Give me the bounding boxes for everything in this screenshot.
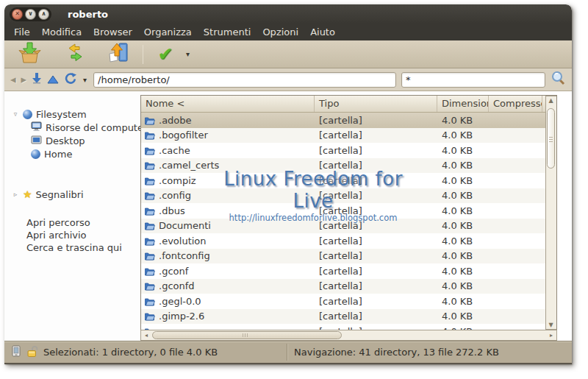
open-path-link[interactable]: Apri percorso	[26, 216, 140, 229]
menu-item-file[interactable]: File	[8, 25, 36, 39]
table-row[interactable]: .gconf [cartella] 4.0 KB 20	[141, 263, 556, 279]
table-row[interactable]: Documenti [cartella] 4.0 KB 20	[141, 219, 556, 234]
file-compressed-cell[interactable]	[489, 219, 542, 234]
file-name-cell[interactable]: .gimp-2.6	[141, 309, 315, 325]
file-name-cell[interactable]: .dbus	[141, 203, 315, 219]
table-row[interactable]: .gimp-2.6 [cartella] 4.0 KB 20	[141, 309, 556, 325]
horizontal-scroll-thumb[interactable]	[152, 331, 342, 339]
file-size-cell[interactable]: 4.0 KB	[437, 233, 489, 249]
file-name-cell[interactable]: .fontconfig	[141, 249, 315, 264]
file-compressed-cell[interactable]	[489, 294, 542, 309]
file-name-cell[interactable]: .gegl-0.0	[141, 294, 315, 309]
file-name-cell[interactable]: .cache	[141, 143, 315, 158]
scroll-left-arrow-icon[interactable]: ◂	[141, 332, 151, 339]
sidebar-item-filesystem[interactable]: ▿ Filesystem	[12, 107, 140, 121]
minimize-button[interactable]: ∨	[25, 9, 36, 20]
scroll-right-arrow-icon[interactable]: ▸	[546, 332, 556, 339]
file-compressed-cell[interactable]	[489, 279, 542, 294]
file-type-cell[interactable]: [cartella]	[315, 188, 437, 204]
menu-item-browser[interactable]: Browser	[87, 25, 138, 39]
test-dropdown-caret[interactable]: ▾	[180, 50, 196, 58]
vertical-scrollbar[interactable]: ▲ ▼	[545, 96, 556, 330]
table-row[interactable]: .camel_certs [cartella] 4.0 KB 20	[141, 158, 556, 174]
file-name-cell[interactable]: .bogofilter	[141, 128, 315, 144]
file-compressed-cell[interactable]	[489, 173, 542, 188]
file-name-cell[interactable]: .evolution	[141, 233, 315, 249]
filter-input[interactable]	[401, 72, 545, 88]
scroll-up-arrow-icon[interactable]: ▲	[546, 97, 556, 104]
sidebar-item-computer[interactable]: Risorse del computer	[31, 121, 140, 134]
file-compressed-cell[interactable]	[489, 233, 542, 249]
table-row[interactable]: .gconfd [cartella] 4.0 KB 20	[141, 279, 556, 294]
file-size-cell[interactable]: 4.0 KB	[437, 279, 489, 294]
close-button[interactable]: ✕	[12, 9, 23, 20]
table-row[interactable]: [cartella] 4.0 KB 20	[141, 324, 556, 330]
vertical-scroll-thumb[interactable]	[547, 108, 555, 169]
file-compressed-cell[interactable]	[489, 263, 542, 279]
menu-item-strumenti[interactable]: Strumenti	[198, 25, 257, 39]
expander-closed-icon[interactable]: ▹	[12, 191, 19, 198]
nav-dropdown-caret[interactable]: ▾	[82, 76, 88, 84]
menu-item-opzioni[interactable]: Opzioni	[257, 25, 304, 39]
column-header-nome[interactable]: Nome <	[141, 96, 315, 112]
test-button[interactable]: ✔	[151, 42, 180, 67]
file-name-cell[interactable]: .gconf	[141, 263, 315, 279]
file-type-cell[interactable]: [cartella]	[315, 263, 437, 279]
file-compressed-cell[interactable]	[489, 324, 542, 330]
file-type-cell[interactable]: [cartella]	[315, 219, 437, 234]
file-type-cell[interactable]: [cartella]	[315, 309, 437, 325]
convert-button[interactable]	[60, 42, 90, 67]
address-input[interactable]	[93, 72, 396, 88]
file-size-cell[interactable]: 4.0 KB	[437, 188, 489, 204]
search-drag-link[interactable]: Cerca e trascina qui	[26, 241, 140, 254]
extract-button[interactable]	[103, 42, 132, 67]
file-compressed-cell[interactable]	[489, 158, 542, 174]
sidebar-item-bookmarks[interactable]: ▹ ★ Segnalibri	[12, 188, 140, 201]
file-type-cell[interactable]: [cartella]	[315, 173, 437, 188]
file-type-cell[interactable]: [cartella]	[315, 113, 437, 128]
file-compressed-cell[interactable]	[489, 128, 542, 144]
go-up-button[interactable]	[47, 71, 59, 88]
column-header-compresso[interactable]: Compresso	[489, 96, 542, 112]
table-row[interactable]: .cache [cartella] 4.0 KB 20	[141, 143, 556, 158]
file-name-cell[interactable]: .compiz	[141, 173, 315, 188]
file-type-cell[interactable]: [cartella]	[315, 203, 437, 219]
file-type-cell[interactable]: [cartella]	[315, 233, 437, 249]
file-type-cell[interactable]: [cartella]	[315, 294, 437, 309]
file-name-cell[interactable]: .camel_certs	[141, 158, 315, 174]
file-size-cell[interactable]: 4.0 KB	[437, 263, 489, 279]
file-size-cell[interactable]: 4.0 KB	[437, 219, 489, 234]
table-row[interactable]: .adobe [cartella] 4.0 KB 20	[141, 113, 556, 128]
add-archive-button[interactable]	[15, 42, 44, 67]
menu-item-modifica[interactable]: Modifica	[36, 25, 87, 39]
sidebar-item-desktop[interactable]: Desktop	[31, 134, 140, 147]
table-row[interactable]: .compiz [cartella] 4.0 KB 20	[141, 173, 556, 188]
expander-open-icon[interactable]: ▿	[12, 110, 19, 118]
file-type-cell[interactable]: [cartella]	[315, 128, 437, 144]
table-row[interactable]: .config [cartella] 4.0 KB 20	[141, 188, 556, 204]
table-row[interactable]: .evolution [cartella] 4.0 KB 20	[141, 233, 556, 249]
open-archive-link[interactable]: Apri archivio	[26, 229, 140, 241]
file-size-cell[interactable]: 4.0 KB	[437, 294, 489, 309]
maximize-button[interactable]: ∧	[38, 9, 49, 20]
file-type-cell[interactable]: [cartella]	[315, 143, 437, 158]
file-size-cell[interactable]: 4.0 KB	[437, 324, 489, 330]
file-compressed-cell[interactable]	[489, 309, 542, 325]
file-name-cell[interactable]: .adobe	[141, 113, 315, 128]
file-name-cell[interactable]: .gconfd	[141, 279, 315, 294]
horizontal-scrollbar[interactable]: ◂ ▸	[140, 330, 557, 341]
column-header-tipo[interactable]: Tipo	[315, 96, 437, 112]
file-size-cell[interactable]: 4.0 KB	[437, 309, 489, 325]
file-type-cell[interactable]: [cartella]	[315, 249, 437, 264]
go-down-button[interactable]	[32, 71, 42, 88]
file-size-cell[interactable]: 4.0 KB	[437, 249, 489, 264]
file-name-cell[interactable]: .config	[141, 188, 315, 204]
refresh-button[interactable]	[64, 71, 76, 88]
table-row[interactable]: .dbus [cartella] 4.0 KB 20	[141, 203, 556, 219]
file-size-cell[interactable]: 4.0 KB	[437, 143, 489, 158]
file-size-cell[interactable]: 4.0 KB	[437, 158, 489, 174]
file-size-cell[interactable]: 4.0 KB	[437, 113, 489, 128]
scroll-down-arrow-icon[interactable]: ▼	[546, 322, 556, 328]
file-name-cell[interactable]	[141, 324, 315, 330]
file-type-cell[interactable]: [cartella]	[315, 279, 437, 294]
